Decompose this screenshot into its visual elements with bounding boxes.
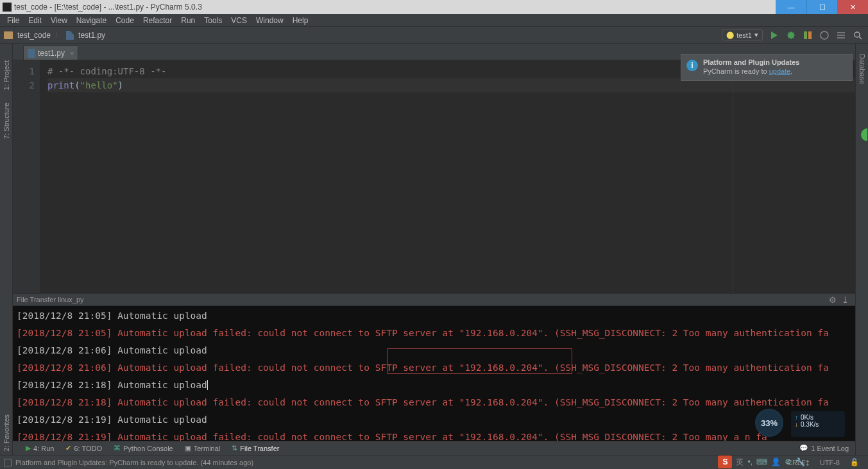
tool-terminal[interactable]: ▣Terminal xyxy=(185,444,221,452)
breadcrumb-separator: 〉 xyxy=(55,30,62,40)
line-number: 1 xyxy=(13,64,35,78)
menu-vcs[interactable]: VCS xyxy=(226,16,251,25)
readonly-lock-icon[interactable]: 🔓 xyxy=(845,458,864,466)
tool-favorites[interactable]: 2: Favorites xyxy=(3,411,10,455)
tool-database[interactable]: Database xyxy=(858,50,866,88)
notification-body: PyCharm is ready to update. xyxy=(703,67,847,75)
ime-punct-icon[interactable]: •, xyxy=(747,457,753,466)
tool-project[interactable]: 1: Project xyxy=(3,56,10,94)
window-close-button[interactable]: ✕ xyxy=(837,0,868,14)
ime-keyboard-icon[interactable]: ⌨ xyxy=(756,457,767,466)
svg-point-4 xyxy=(821,31,828,39)
app-icon xyxy=(3,3,12,12)
window-maximize-button[interactable]: ☐ xyxy=(806,0,837,14)
code-builtin: print xyxy=(47,80,74,90)
tool-run[interactable]: ▶4: Run xyxy=(26,444,54,452)
code-comment: # -*- coding:UTF-8 -*- xyxy=(47,66,166,76)
log-line: [2018/12/8 21:05] Automatic upload faile… xyxy=(17,325,851,342)
search-button[interactable] xyxy=(853,30,863,40)
tool-python-console[interactable]: ⌘Python Console xyxy=(114,444,173,452)
menu-help[interactable]: Help xyxy=(288,16,313,25)
close-tab-icon[interactable]: × xyxy=(67,49,74,57)
run-configuration-selector[interactable]: ⬤ test1 ▾ xyxy=(722,30,763,40)
file-transfer-console[interactable]: [2018/12/8 21:05] Automatic upload[2018/… xyxy=(13,306,855,441)
log-line: [2018/12/8 21:19] Automatic upload xyxy=(17,411,851,429)
menu-file[interactable]: File xyxy=(3,16,24,25)
tool-file-transfer[interactable]: ⇅File Transfer xyxy=(232,444,279,452)
python-icon: ⬤ xyxy=(726,31,734,39)
menu-navigate[interactable]: Navigate xyxy=(72,16,111,25)
update-link[interactable]: update xyxy=(769,67,791,75)
line-number: 2 xyxy=(13,78,35,92)
window-minimize-button[interactable]: — xyxy=(776,0,806,14)
left-tool-strip: 1: Project 7: Structure 2: Favorites xyxy=(0,44,13,455)
window-title: test_code - [E:\test_code] - ...\test1.p… xyxy=(14,3,202,12)
notification-title: Platform and Plugin Updates xyxy=(703,58,847,66)
python-file-icon xyxy=(66,31,74,40)
tool-event-log[interactable]: 💬1 Event Log xyxy=(799,444,855,452)
log-line: [2018/12/8 21:06] Automatic upload faile… xyxy=(17,359,851,377)
ime-logo-icon[interactable]: S xyxy=(718,456,732,468)
ime-toolbar[interactable]: S 英 •, ⌨ 👤 ⚙ 🔧 xyxy=(718,455,805,469)
upload-arrow-icon: ↑ xyxy=(795,414,798,421)
menu-view[interactable]: View xyxy=(46,16,72,25)
window-titlebar: test_code - [E:\test_code] - ...\test1.p… xyxy=(0,0,868,14)
tool-todo[interactable]: ✔6: TODO xyxy=(65,444,102,452)
right-tool-strip: Database xyxy=(855,44,868,455)
menu-window[interactable]: Window xyxy=(251,16,288,25)
right-margin-line xyxy=(733,60,733,293)
run-button[interactable] xyxy=(769,30,779,40)
editor[interactable]: 1 2 # -*- coding:UTF-8 -*- print("hello"… xyxy=(13,60,855,293)
tool-structure[interactable]: 7: Structure xyxy=(3,99,10,143)
run-config-label: test1 xyxy=(736,31,752,39)
svg-rect-2 xyxy=(804,31,807,39)
update-notification[interactable]: i Platform and Plugin Updates PyCharm is… xyxy=(681,54,853,81)
svg-point-5 xyxy=(855,32,860,37)
menu-code[interactable]: Code xyxy=(111,16,139,25)
breadcrumb-project[interactable]: test_code xyxy=(17,31,51,40)
network-monitor-widget[interactable]: ↑0K/s ↓0.3K/s xyxy=(791,411,845,437)
panel-title: File Transfer linux_py xyxy=(17,296,84,303)
menu-edit[interactable]: Edit xyxy=(24,16,46,25)
status-message: Platform and Plugin Updates: PyCharm is … xyxy=(15,459,253,466)
update-button[interactable] xyxy=(836,30,846,40)
hide-panel-icon[interactable]: ⤓ xyxy=(839,295,851,305)
folder-icon xyxy=(4,31,13,39)
encoding-widget[interactable]: UTF-8 xyxy=(815,459,845,466)
menu-tools[interactable]: Tools xyxy=(200,16,226,25)
ime-language[interactable]: 英 xyxy=(736,457,744,468)
download-arrow-icon: ↓ xyxy=(795,421,798,428)
svg-rect-3 xyxy=(808,31,812,39)
line-gutter: 1 2 xyxy=(13,60,40,293)
log-line: [2018/12/8 21:19] Automatic upload faile… xyxy=(17,429,851,441)
code-string: "hello" xyxy=(80,80,118,90)
status-square-icon[interactable] xyxy=(4,459,12,466)
main-menu[interactable]: File Edit View Navigate Code Refactor Ru… xyxy=(0,14,868,27)
svg-marker-0 xyxy=(771,31,778,39)
info-icon: i xyxy=(686,60,698,71)
performance-monitor-widget[interactable]: 33% xyxy=(755,409,783,437)
debug-button[interactable] xyxy=(786,30,796,40)
bottom-tool-strip: ▶4: Run ✔6: TODO ⌘Python Console ▣Termin… xyxy=(13,441,855,455)
dropdown-icon: ▾ xyxy=(754,31,758,39)
gear-icon[interactable]: ⚙ xyxy=(826,295,839,305)
editor-tab-test1[interactable]: test1.py × xyxy=(23,46,78,60)
log-line: [2018/12/8 21:18] Automatic upload faile… xyxy=(17,394,851,411)
coverage-button[interactable] xyxy=(803,30,813,40)
navigation-bar: test_code 〉 test1.py ⬤ test1 ▾ xyxy=(0,27,868,44)
ime-tool-icon[interactable]: 🔧 xyxy=(796,457,805,466)
menu-refactor[interactable]: Refactor xyxy=(139,16,176,25)
breadcrumb-file[interactable]: test1.py xyxy=(78,31,105,40)
menu-run[interactable]: Run xyxy=(176,16,200,25)
log-line: [2018/12/8 21:18] Automatic upload xyxy=(17,377,851,394)
tab-label: test1.py xyxy=(38,49,65,58)
file-transfer-panel-header[interactable]: File Transfer linux_py ⚙ ⤓ xyxy=(13,293,855,306)
ime-settings-icon[interactable]: ⚙ xyxy=(785,457,792,466)
log-line: [2018/12/8 21:05] Automatic upload xyxy=(17,307,851,325)
log-line: [2018/12/8 21:06] Automatic upload xyxy=(17,342,851,359)
python-file-icon xyxy=(28,49,35,58)
stop-button[interactable] xyxy=(819,30,830,40)
svg-line-6 xyxy=(859,37,862,39)
ime-person-icon[interactable]: 👤 xyxy=(771,457,781,466)
